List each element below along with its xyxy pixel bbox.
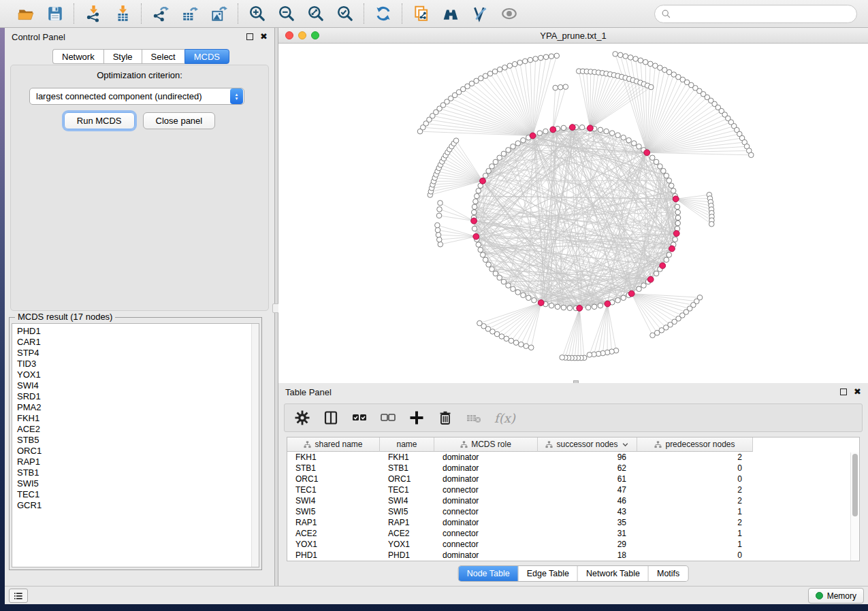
dominator-node[interactable]	[471, 218, 477, 224]
ring-node[interactable]	[526, 295, 531, 301]
ring-node[interactable]	[561, 305, 566, 310]
mcds-result-item[interactable]: PHD1	[12, 326, 259, 337]
ring-node[interactable]	[476, 188, 481, 194]
ring-node[interactable]	[673, 237, 678, 242]
tab-edge-table[interactable]: Edge Table	[519, 566, 578, 581]
mcds-result-item[interactable]: ACE2	[12, 424, 259, 435]
leaf-node[interactable]	[650, 333, 656, 338]
ring-node[interactable]	[480, 252, 485, 258]
ring-node[interactable]	[561, 125, 566, 131]
leaf-node[interactable]	[628, 55, 633, 61]
ring-node[interactable]	[592, 304, 597, 310]
leaf-node[interactable]	[554, 53, 560, 59]
import-network-icon[interactable]	[84, 5, 102, 23]
leaf-node[interactable]	[497, 67, 502, 72]
mcds-result-item[interactable]: STP4	[12, 348, 259, 359]
save-session-icon[interactable]	[46, 5, 64, 23]
network-graph[interactable]	[278, 44, 868, 383]
network-search-box[interactable]	[654, 5, 857, 23]
mcds-list-scrollbar[interactable]	[251, 324, 259, 567]
leaf-node[interactable]	[512, 61, 517, 67]
leaf-node[interactable]	[617, 52, 623, 58]
leaf-node[interactable]	[623, 54, 628, 59]
column-header-name[interactable]: name	[380, 437, 434, 452]
export-image-icon[interactable]	[210, 5, 228, 23]
table-row[interactable]: ORC1ORC1dominator610	[287, 474, 859, 484]
deselect-all-icon[interactable]	[380, 410, 396, 426]
criterion-dropdown[interactable]: largest connected component (undirected)…	[29, 88, 244, 105]
dominator-node[interactable]	[644, 150, 650, 156]
table-row[interactable]: PHD1PHD1dominator180	[287, 550, 859, 561]
leaf-node[interactable]	[638, 58, 643, 63]
network-view-titlebar[interactable]: YPA_prune.txt_1	[278, 28, 868, 44]
dominator-node[interactable]	[628, 291, 634, 297]
leaf-node[interactable]	[483, 73, 488, 79]
ring-node[interactable]	[675, 215, 681, 220]
dominator-node[interactable]	[538, 300, 544, 306]
ring-node[interactable]	[472, 204, 477, 210]
leaf-node[interactable]	[539, 55, 544, 61]
ring-node[interactable]	[515, 141, 521, 146]
ring-node[interactable]	[621, 295, 626, 301]
leaf-node[interactable]	[524, 344, 529, 349]
close-panel-button[interactable]: Close panel	[143, 112, 216, 129]
leaf-node[interactable]	[519, 342, 524, 347]
leaf-node[interactable]	[438, 242, 443, 247]
dominator-node[interactable]	[673, 196, 679, 202]
mcds-result-item[interactable]: ORC1	[12, 446, 259, 457]
dominator-node[interactable]	[605, 301, 611, 307]
leaf-node[interactable]	[549, 54, 554, 59]
ring-node[interactable]	[511, 286, 516, 292]
ring-node[interactable]	[486, 168, 492, 174]
leaf-node[interactable]	[487, 71, 493, 76]
clone-network-icon[interactable]	[412, 5, 430, 23]
ring-node[interactable]	[631, 141, 637, 146]
leaf-node[interactable]	[436, 237, 442, 242]
ring-node[interactable]	[501, 279, 507, 284]
table-row[interactable]: RAP1RAP1dominator352	[287, 517, 859, 528]
column-header-successor-nodes[interactable]: successor nodes	[538, 437, 637, 452]
ring-node[interactable]	[493, 271, 498, 276]
ring-node[interactable]	[666, 178, 672, 184]
ring-node[interactable]	[598, 127, 603, 133]
ring-node[interactable]	[483, 257, 488, 263]
ring-node[interactable]	[671, 188, 676, 194]
ring-node[interactable]	[675, 204, 680, 210]
ring-node[interactable]	[664, 257, 669, 263]
leaf-node[interactable]	[437, 207, 443, 212]
ring-node[interactable]	[621, 135, 626, 140]
ring-node[interactable]	[506, 283, 511, 288]
table-scrollbar[interactable]	[850, 452, 858, 561]
ring-node[interactable]	[666, 252, 672, 258]
mcds-result-item[interactable]: SWI5	[12, 478, 259, 489]
mcds-result-list[interactable]: PHD1CAR1STP4TID3YOX1SWI4SRD1PMA2FKH1ACE2…	[12, 323, 259, 567]
ring-node[interactable]	[661, 168, 666, 174]
zoom-out-icon[interactable]	[277, 5, 295, 23]
leaf-node[interactable]	[558, 84, 563, 90]
tab-select[interactable]: Select	[142, 49, 184, 64]
hide-edges-icon[interactable]	[470, 5, 489, 23]
tab-network[interactable]: Network	[52, 49, 103, 64]
leaf-node[interactable]	[436, 213, 442, 218]
tab-style[interactable]: Style	[103, 49, 142, 64]
ring-node[interactable]	[654, 271, 659, 276]
leaf-node[interactable]	[502, 65, 508, 70]
tab-network-table[interactable]: Network Table	[578, 566, 649, 581]
ring-node[interactable]	[641, 283, 647, 288]
tab-mcds[interactable]: MCDS	[184, 49, 229, 64]
ring-node[interactable]	[537, 131, 543, 136]
float-panel-icon[interactable]	[246, 33, 253, 40]
ring-node[interactable]	[615, 133, 621, 138]
leaf-node[interactable]	[587, 352, 592, 358]
ring-node[interactable]	[579, 125, 585, 130]
leaf-node[interactable]	[553, 85, 558, 90]
ring-node[interactable]	[549, 303, 554, 308]
show-hidden-eye-icon[interactable]	[500, 5, 518, 23]
leaf-node[interactable]	[643, 59, 648, 65]
table-row[interactable]: FKH1FKH1dominator962	[287, 452, 859, 463]
ring-node[interactable]	[497, 275, 502, 280]
table-row[interactable]: SWI5SWI5connector431	[287, 506, 859, 517]
leaf-node[interactable]	[528, 57, 533, 63]
ring-node[interactable]	[472, 226, 477, 231]
ring-node[interactable]	[506, 148, 511, 153]
